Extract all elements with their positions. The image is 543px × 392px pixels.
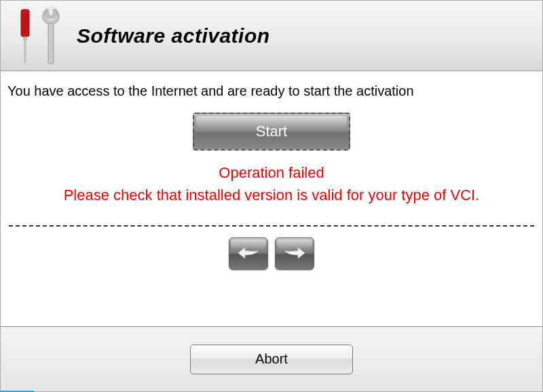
error-message: Operation failed Please check that insta… — [6, 161, 537, 206]
instruction-text: You have access to the Internet and are … — [6, 83, 537, 113]
main-content: You have access to the Internet and are … — [1, 71, 542, 326]
arrow-right-icon — [283, 246, 306, 262]
wizard-nav — [6, 235, 537, 279]
svg-rect-12 — [49, 7, 53, 15]
page-title: Software activation — [77, 24, 270, 47]
section-divider — [9, 225, 534, 227]
header-bar: Software activation — [1, 1, 542, 71]
svg-rect-1 — [22, 14, 24, 33]
screwdriver-wrench-icon — [12, 5, 66, 66]
svg-rect-5 — [24, 41, 26, 61]
footer-bar: Abort — [1, 326, 542, 391]
svg-marker-6 — [24, 61, 26, 65]
start-button[interactable]: Start — [193, 113, 350, 151]
svg-rect-2 — [24, 14, 26, 33]
abort-button[interactable]: Abort — [190, 345, 353, 374]
svg-rect-10 — [48, 23, 54, 64]
error-line-1: Operation failed — [6, 161, 537, 184]
arrow-left-icon — [237, 246, 260, 262]
back-button[interactable] — [229, 237, 268, 270]
forward-button[interactable] — [275, 237, 314, 270]
svg-rect-4 — [23, 37, 27, 41]
error-line-2: Please check that installed version is v… — [6, 184, 537, 206]
svg-rect-3 — [27, 14, 29, 33]
activation-window: Software activation You have access to t… — [0, 0, 543, 392]
